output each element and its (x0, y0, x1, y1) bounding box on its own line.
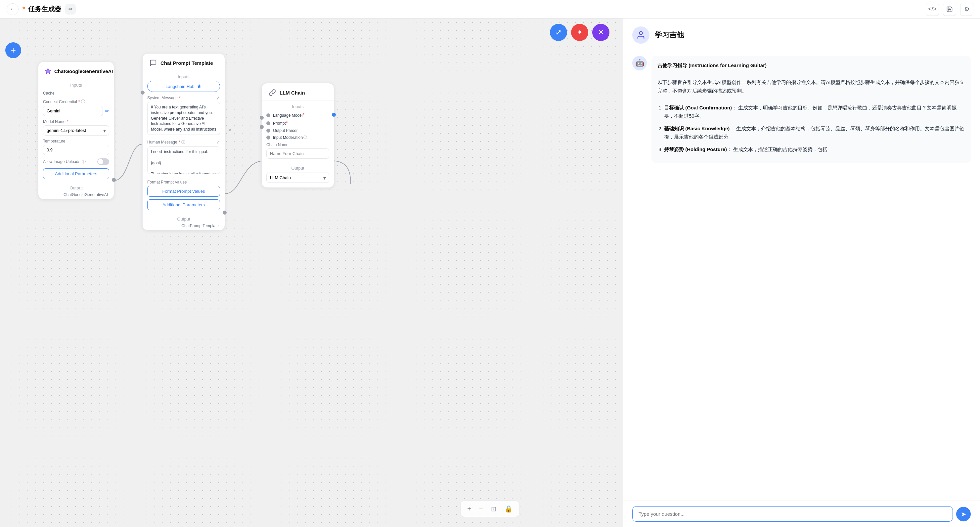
input-moderation-label: Input Moderation (273, 135, 303, 140)
human-info-icon: ⓘ (181, 140, 185, 145)
human-required-marker: * (179, 140, 180, 144)
system-message-expand-icon[interactable]: ⤢ (216, 95, 220, 100)
step-3: 持琴姿势 (Holding Posture)： 生成文本，描述正确的吉他持琴姿势… (664, 145, 965, 154)
panel-avatar (632, 27, 649, 44)
chat-prompt-input-dot (141, 90, 145, 95)
chat-bot-icon: 🤖 (632, 56, 647, 70)
allow-uploads-toggle[interactable] (97, 158, 109, 165)
prompt-port: Prompt * (266, 121, 329, 126)
step-2-title: 基础知识 (Basic Knowledge) (664, 125, 730, 131)
llm-chain-output-section: Output LLM Chain (262, 162, 334, 187)
erase-button[interactable]: ✦ (571, 24, 588, 41)
expand-button[interactable]: ⤢ (550, 24, 567, 41)
input-moderation-port: Input Moderation ⓘ (266, 135, 329, 140)
settings-button[interactable]: ⚙ (960, 3, 974, 16)
app-title: * 任务生成器 (22, 5, 61, 14)
chat-prompt-output-section: Output ChatPromptTemplate (143, 213, 225, 230)
gemini-output-section: Output ChatGoogleGenerativeAI (38, 182, 114, 199)
node-llm-chain: LLM Chain Inputs Language Model * Prompt… (261, 83, 334, 188)
gemini-output-label: Output (43, 186, 109, 190)
output-parser-label: Output Parser (273, 128, 298, 133)
chat-prompt-icon (148, 58, 158, 67)
edit-title-button[interactable]: ✏ (65, 4, 76, 14)
credential-select[interactable]: Gemini (43, 106, 103, 116)
system-required-marker: * (179, 95, 181, 100)
model-required-marker: * (67, 119, 68, 124)
panel-content: 🤖 吉他学习指导 (Instructions for Learning Guit… (623, 49, 980, 500)
chat-prompt-output-value: ChatPromptTemplate (147, 224, 220, 228)
chat-prompt-additional-params-button[interactable]: Additional Parameters (147, 199, 220, 210)
node-gemini: ChatGoogleGenerativeAI Inputs Cache Conn… (38, 62, 114, 199)
output-parser-port: Output Parser (266, 128, 329, 133)
llm-chain-output-select[interactable]: LLM Chain (266, 173, 329, 183)
node-gemini-header: ChatGoogleGenerativeAI (38, 62, 114, 79)
node-chat-prompt: Chat Prompt Template Inputs Langchain Hu… (142, 53, 225, 230)
panel-input-area: ➤ (623, 500, 980, 527)
connect-credential-label: Connect Credential * ⓘ (43, 99, 109, 105)
language-model-label: Language Model (273, 113, 302, 118)
llm-chain-header: LLM Chain (262, 83, 334, 101)
credential-select-row: Gemini ✏ (43, 106, 109, 116)
chat-prompt-output-label: Output (147, 217, 220, 222)
canvas-toolbar: ⤢ ✦ ✕ (550, 24, 609, 41)
prompt-label: Prompt (273, 121, 286, 125)
right-panel: 学习吉他 🤖 吉他学习指导 (Instructions for Learning… (623, 19, 980, 527)
human-message-textarea[interactable]: I need instructions for this goal: {goal… (147, 146, 220, 174)
step-3-text: 生成文本，描述正确的吉他持琴姿势，包括 (733, 146, 827, 152)
topbar-right: </> ⚙ (926, 3, 974, 16)
human-message-row: Human Message * ⓘ ⤢ (147, 140, 220, 145)
step-1: 目标确认 (Goal Confirmation)： 生成文本，明确学习吉他的目标… (664, 103, 965, 121)
lock-button[interactable]: 🔒 (503, 503, 514, 514)
panel-send-button[interactable]: ➤ (956, 507, 971, 521)
panel-chat-input[interactable] (632, 506, 953, 522)
svg-marker-1 (197, 84, 201, 88)
format-prompt-values-button[interactable]: Format Prompt Values (147, 186, 220, 197)
uploads-info-icon: ⓘ (82, 159, 86, 165)
panel-title: 学习吉他 (655, 30, 684, 40)
llm-chain-prompt-dot (260, 125, 264, 129)
topbar-left: ← * 任务生成器 ✏ (6, 3, 76, 15)
llm-chain-icon (268, 88, 277, 97)
chat-message: 🤖 吉他学习指导 (Instructions for Learning Guit… (632, 56, 971, 163)
zoom-in-button[interactable]: + (466, 503, 473, 514)
chat-bubble: 吉他学习指导 (Instructions for Learning Guitar… (651, 56, 971, 163)
langchain-hub-button[interactable]: Langchain Hub (147, 81, 220, 92)
human-message-expand-icon[interactable]: ⤢ (216, 140, 220, 145)
chat-bubble-title: 吉他学习指导 (Instructions for Learning Guitar… (657, 62, 767, 68)
edit-credential-icon[interactable]: ✏ (105, 108, 109, 114)
svg-point-2 (639, 32, 642, 35)
chain-name-input[interactable] (266, 148, 329, 159)
code-button[interactable]: </> (926, 3, 939, 16)
disconnect-icon[interactable]: ✕ (228, 128, 232, 133)
prompt-input-dot (266, 121, 270, 125)
zoom-out-button[interactable]: − (478, 503, 484, 514)
chat-steps-list: 目标确认 (Goal Confirmation)： 生成文本，明确学习吉他的目标… (657, 103, 965, 154)
chat-prompt-title: Chat Prompt Template (161, 60, 213, 66)
chat-prompt-header: Chat Prompt Template (143, 54, 225, 71)
gemini-title: ChatGoogleGenerativeAI (54, 68, 113, 74)
llm-chain-ports: Language Model * Prompt * Output Parser … (262, 113, 334, 140)
svg-marker-0 (45, 68, 51, 74)
system-message-textarea[interactable]: # You are a text generating AI's instruc… (147, 102, 220, 135)
add-node-button[interactable]: + (5, 42, 21, 58)
step-3-title: 持琴姿势 (Holding Posture) (664, 146, 727, 152)
system-message-label: System Message * (147, 95, 181, 100)
cache-row: Cache (43, 91, 109, 95)
llm-chain-title: LLM Chain (280, 90, 305, 95)
back-button[interactable]: ← (6, 3, 19, 15)
save-button[interactable] (943, 3, 956, 16)
allow-uploads-row: Allow Image Uploads ⓘ (43, 158, 109, 165)
gemini-output-value: ChatGoogleGenerativeAI (43, 192, 109, 197)
model-select[interactable]: gemini-1.5-pro-latest (43, 125, 109, 135)
gemini-additional-params-button[interactable]: Additional Parameters (43, 168, 109, 179)
temperature-input[interactable] (43, 145, 109, 155)
step-2: 基础知识 (Basic Knowledge)： 生成文本，介绍吉他的基本结构，包… (664, 124, 965, 141)
format-prompt-section-label: Format Prompt Values (143, 179, 225, 186)
temperature-label: Temperature (43, 139, 109, 143)
llm-chain-inputs-label: Inputs (262, 101, 334, 110)
close-panel-button[interactable]: ✕ (592, 24, 609, 41)
fit-view-button[interactable]: ⊡ (490, 503, 498, 514)
gemini-icon (45, 67, 52, 76)
allow-uploads-label: Allow Image Uploads ⓘ (43, 159, 86, 165)
language-model-input-dot (266, 113, 270, 117)
